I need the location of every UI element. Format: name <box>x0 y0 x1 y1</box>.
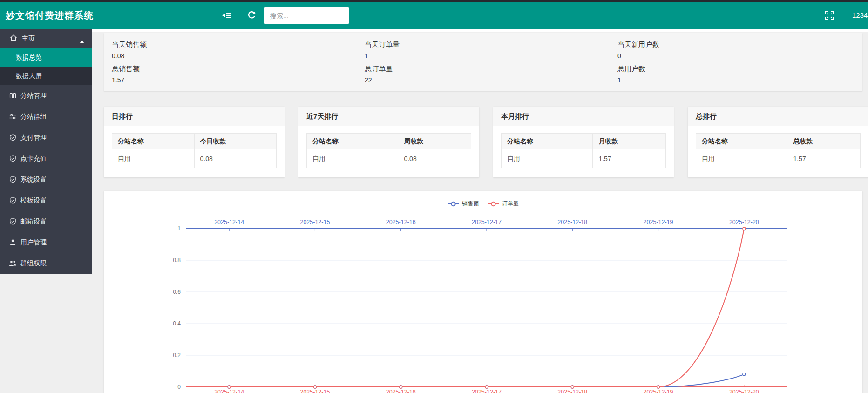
console-icon <box>9 92 16 100</box>
table-row: 自用1.57 <box>696 149 861 168</box>
legend-item-orders[interactable]: 订单量 <box>488 200 519 208</box>
sidebar-item-label: 系统设置 <box>20 176 47 184</box>
sidebar-item-mail-settings[interactable]: 邮箱设置 <box>0 211 92 232</box>
svg-text:2025-12-15: 2025-12-15 <box>300 389 330 393</box>
window-top-edge <box>0 0 868 2</box>
stat-today-orders: 当天订单量 1 <box>365 38 617 62</box>
sidebar-item-label: 点卡充值 <box>20 155 47 163</box>
legend-label: 订单量 <box>502 200 519 208</box>
table-row: 自用1.57 <box>502 149 666 168</box>
svg-text:2025-12-20: 2025-12-20 <box>729 219 759 225</box>
svg-text:2025-12-16: 2025-12-16 <box>386 389 416 393</box>
cell-site-name: 自用 <box>307 149 398 168</box>
sidebar-item-substation-manage[interactable]: 分站管理 <box>0 85 92 106</box>
svg-text:0.8: 0.8 <box>173 257 181 264</box>
sidebar-item-label: 群组权限 <box>20 259 47 268</box>
ranking-table: 分站名称总收款 自用1.57 <box>696 133 861 168</box>
sidebar-item-home[interactable]: 主页 <box>0 29 92 48</box>
sidebar-item-label: 分站管理 <box>20 92 47 100</box>
sidebar-item-substation-groups[interactable]: 分站群组 <box>0 106 92 127</box>
stat-today-new-users: 当天新用户数 0 <box>617 38 868 62</box>
app-header: 妙文馆付费进群系统 12345 <box>0 2 868 29</box>
shield-check-icon <box>9 197 16 204</box>
shield-check-icon <box>9 134 16 142</box>
sidebar-item-label: 模板设置 <box>20 196 47 205</box>
card-title: 日排行 <box>104 107 285 126</box>
stat-label: 当天新用户数 <box>617 39 868 51</box>
sidebar-item-data-screen[interactable]: 数据大屏 <box>0 67 92 85</box>
svg-text:2025-12-17: 2025-12-17 <box>472 389 502 393</box>
ranking-cards-row: 日排行 分站名称今日收款 自用0.08 近7天排行 分站名称周收款 自用0.08… <box>104 107 868 177</box>
shield-check-icon <box>9 176 16 183</box>
svg-text:1: 1 <box>177 225 181 232</box>
sidebar-item-group-permissions[interactable]: 群组权限 <box>0 253 92 274</box>
svg-text:2025-12-17: 2025-12-17 <box>472 219 502 225</box>
sidebar: 主页 数据总览 数据大屏 分站管理 分站群组 支付管理 点卡充值 <box>0 29 92 274</box>
column-header: 分站名称 <box>696 134 787 149</box>
stat-value: 1.57 <box>112 75 365 85</box>
cell-amount: 1.57 <box>787 149 861 168</box>
stat-label: 总订单量 <box>365 63 617 75</box>
stat-total-sales: 总销售额 1.57 <box>112 62 365 86</box>
sidebar-item-user-manage[interactable]: 用户管理 <box>0 232 92 253</box>
svg-text:0.2: 0.2 <box>173 352 181 359</box>
column-header: 月收款 <box>593 134 666 149</box>
shield-check-icon <box>9 218 16 225</box>
sidebar-item-template-settings[interactable]: 模板设置 <box>0 190 92 211</box>
cell-amount: 1.57 <box>593 149 666 168</box>
table-row: 自用0.08 <box>307 149 471 168</box>
chart-legend: 销售额 订单量 <box>104 200 862 208</box>
card-title: 总排行 <box>688 107 868 126</box>
sidebar-submenu: 数据总览 数据大屏 <box>0 48 92 85</box>
svg-text:2025-12-19: 2025-12-19 <box>644 389 673 393</box>
ranking-table: 分站名称今日收款 自用0.08 <box>112 133 277 168</box>
column-header: 总收款 <box>787 134 861 149</box>
sidebar-item-card-recharge[interactable]: 点卡充值 <box>0 148 92 169</box>
legend-item-sales[interactable]: 销售额 <box>448 200 479 208</box>
svg-text:0.6: 0.6 <box>173 289 181 295</box>
svg-text:2025-12-16: 2025-12-16 <box>386 219 416 225</box>
sidebar-item-label: 支付管理 <box>20 134 47 142</box>
stat-value: 1 <box>617 75 868 85</box>
sidebar-item-payment-manage[interactable]: 支付管理 <box>0 127 92 148</box>
cell-site-name: 自用 <box>502 149 593 168</box>
cell-site-name: 自用 <box>696 149 787 168</box>
card-title: 近7天排行 <box>298 107 479 126</box>
column-header: 周收款 <box>398 134 471 149</box>
menu-spread-icon[interactable] <box>222 11 231 20</box>
user-icon <box>9 239 16 246</box>
sidebar-item-data-overview[interactable]: 数据总览 <box>0 48 92 67</box>
stat-label: 总销售额 <box>112 63 365 75</box>
svg-text:2025-12-18: 2025-12-18 <box>557 389 587 393</box>
svg-text:2025-12-18: 2025-12-18 <box>557 219 587 225</box>
svg-text:2025-12-14: 2025-12-14 <box>214 389 244 393</box>
sales-orders-chart-card: 销售额 订单量 00.20.40.60.812025-12-142025-12-… <box>104 191 862 393</box>
svg-text:2025-12-15: 2025-12-15 <box>300 219 330 225</box>
stat-value: 0.08 <box>112 51 365 61</box>
card-title: 本月排行 <box>493 107 674 126</box>
cell-site-name: 自用 <box>112 149 195 168</box>
home-icon <box>10 34 17 43</box>
svg-text:2025-12-20: 2025-12-20 <box>729 389 759 393</box>
app-title: 妙文馆付费进群系统 <box>6 2 94 29</box>
ranking-card-month: 本月排行 分站名称月收款 自用1.57 <box>493 107 674 177</box>
cell-amount: 0.08 <box>194 149 277 168</box>
ranking-table: 分站名称月收款 自用1.57 <box>501 133 666 168</box>
stat-total-orders: 总订单量 22 <box>365 62 617 86</box>
username-menu[interactable]: 12345 <box>852 2 868 29</box>
cell-amount: 0.08 <box>398 149 471 168</box>
stat-label: 当天销售额 <box>112 39 365 51</box>
stat-today-sales: 当天销售额 0.08 <box>112 38 365 62</box>
column-header: 分站名称 <box>307 134 398 149</box>
column-header: 分站名称 <box>502 134 593 149</box>
refresh-icon[interactable] <box>247 11 257 19</box>
ranking-card-total: 总排行 分站名称总收款 自用1.57 <box>688 107 868 177</box>
sidebar-item-system-settings[interactable]: 系统设置 <box>0 169 92 190</box>
stat-label: 总用户数 <box>617 63 868 75</box>
chart-canvas[interactable]: 00.20.40.60.812025-12-142025-12-152025-1… <box>104 191 868 393</box>
search-input[interactable] <box>264 7 349 24</box>
table-row: 自用0.08 <box>112 149 277 168</box>
line-marker-icon <box>488 201 499 207</box>
fullscreen-icon[interactable] <box>825 11 834 20</box>
svg-text:2025-12-14: 2025-12-14 <box>214 219 244 225</box>
